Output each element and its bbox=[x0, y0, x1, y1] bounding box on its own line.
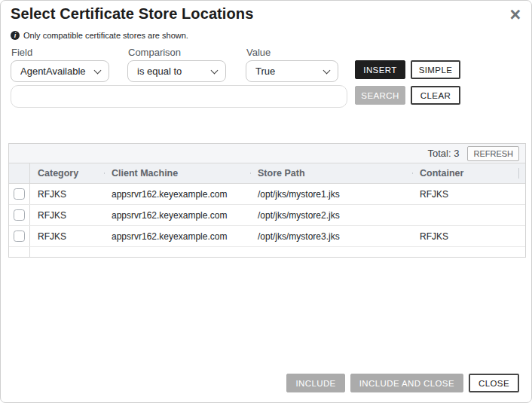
info-text: Only compatible certificate stores are s… bbox=[23, 31, 188, 40]
table-topbar: Total: 3 REFRESH bbox=[9, 144, 525, 163]
cell-category: RFJKS bbox=[30, 189, 104, 200]
cell-container: RFJKS bbox=[412, 231, 518, 242]
cell-category: RFJKS bbox=[30, 231, 104, 242]
simple-button[interactable]: SIMPLE bbox=[411, 60, 460, 79]
cell-client-machine: appsrvr162.keyexample.com bbox=[104, 210, 250, 221]
field-label: Field bbox=[11, 47, 109, 58]
header-checkbox-column bbox=[9, 163, 30, 183]
column-header-category: Category bbox=[30, 168, 104, 179]
comparison-label: Comparison bbox=[128, 47, 226, 58]
page-title: Select Certificate Store Locations bbox=[11, 5, 253, 23]
column-header-spacer bbox=[518, 163, 525, 183]
insert-button[interactable]: INSERT bbox=[355, 60, 405, 79]
table-empty-area bbox=[9, 247, 525, 257]
column-header-container: Container bbox=[412, 168, 518, 179]
table-row: RFJKS appsrvr162.keyexample.com /opt/jks… bbox=[9, 205, 525, 226]
info-icon: i bbox=[11, 31, 20, 40]
refresh-button[interactable]: REFRESH bbox=[467, 146, 519, 161]
close-icon[interactable]: × bbox=[509, 3, 521, 26]
column-header-store-path: Store Path bbox=[250, 168, 412, 179]
search-input[interactable] bbox=[11, 85, 347, 108]
clear-button[interactable]: CLEAR bbox=[411, 86, 460, 105]
cell-container: RFJKS bbox=[412, 189, 518, 200]
dialog-footer: INCLUDE INCLUDE AND CLOSE CLOSE bbox=[286, 374, 519, 392]
cell-store-path: /opt/jks/mystore3.jks bbox=[250, 231, 412, 242]
filter-group-value: Value True bbox=[246, 47, 338, 82]
close-button[interactable]: CLOSE bbox=[469, 374, 519, 392]
info-banner: i Only compatible certificate stores are… bbox=[11, 31, 188, 40]
certificate-store-table: Total: 3 REFRESH Category Client Machine… bbox=[8, 143, 526, 258]
column-header-client-machine: Client Machine bbox=[104, 168, 250, 179]
cell-client-machine: appsrvr162.keyexample.com bbox=[104, 189, 250, 200]
cell-category: RFJKS bbox=[30, 210, 104, 221]
select-certificate-store-locations-dialog: Select Certificate Store Locations × i O… bbox=[0, 0, 532, 403]
table-row: RFJKS appsrvr162.keyexample.com /opt/jks… bbox=[9, 226, 525, 247]
filter-group-comparison: Comparison is equal to bbox=[127, 47, 226, 82]
table-row: RFJKS appsrvr162.keyexample.com /opt/jks… bbox=[9, 184, 525, 205]
comparison-select[interactable]: is equal to bbox=[127, 60, 226, 82]
row-checkbox[interactable] bbox=[14, 188, 25, 200]
include-and-close-button[interactable]: INCLUDE AND CLOSE bbox=[350, 374, 463, 392]
search-button[interactable]: SEARCH bbox=[355, 86, 405, 105]
row-checkbox[interactable] bbox=[14, 209, 25, 221]
include-button[interactable]: INCLUDE bbox=[286, 374, 344, 392]
filter-group-field: Field AgentAvailable bbox=[11, 47, 109, 82]
cell-store-path: /opt/jks/mystore2.jks bbox=[250, 210, 412, 221]
value-label: Value bbox=[246, 47, 338, 58]
cell-client-machine: appsrvr162.keyexample.com bbox=[104, 231, 250, 242]
total-count: Total: 3 bbox=[428, 148, 460, 159]
field-select[interactable]: AgentAvailable bbox=[11, 60, 109, 82]
table-header-row: Category Client Machine Store Path Conta… bbox=[9, 163, 525, 184]
row-checkbox[interactable] bbox=[14, 231, 25, 242]
cell-store-path: /opt/jks/mystore1.jks bbox=[250, 189, 412, 200]
value-select[interactable]: True bbox=[246, 60, 338, 82]
